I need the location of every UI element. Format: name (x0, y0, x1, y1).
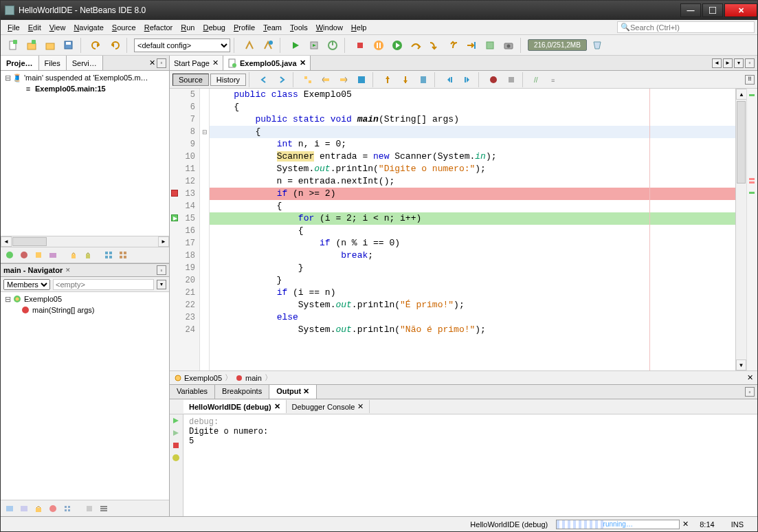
minimize-pane-icon[interactable]: ▫ (157, 265, 166, 275)
output-tab-debug[interactable]: HelloWorldIDE (debug)✕ (183, 400, 287, 413)
progress-bar[interactable]: running… (556, 520, 680, 529)
resume-icon[interactable] (3, 249, 16, 261)
menu-debug[interactable]: Debug (199, 22, 229, 33)
open-button[interactable] (42, 37, 58, 54)
find-next-button[interactable] (335, 71, 352, 88)
step-out-button[interactable] (445, 37, 461, 54)
debug-button[interactable] (306, 37, 322, 54)
close-icon[interactable]: ✕ (274, 402, 280, 411)
gc-button[interactable] (589, 37, 605, 54)
nav-btn3[interactable] (32, 502, 45, 515)
code-line-6[interactable]: { (210, 101, 735, 113)
nav-btn7[interactable] (98, 502, 110, 515)
code-line-13[interactable]: if (n >= 2) (210, 188, 735, 200)
history-view-button[interactable]: History (210, 74, 246, 86)
code-line-15[interactable]: for (i = 2; i < n; i++) (210, 212, 735, 225)
nav-btn4[interactable] (47, 502, 59, 515)
toggle-bookmark-button[interactable] (415, 71, 432, 88)
code-line-16[interactable]: { (210, 225, 735, 237)
uncomment-button[interactable]: ≡ (547, 71, 564, 88)
code-line-24[interactable]: System.out.println("Não é primo!"); (210, 324, 735, 336)
tab-services[interactable]: Servi… (67, 56, 103, 70)
code-line-22[interactable]: System.out.println("É primo!"); (210, 299, 735, 311)
rerun-icon[interactable] (171, 416, 182, 427)
lock1-icon[interactable] (67, 249, 80, 261)
code-line-12[interactable]: n = entrada.nextInt(); (210, 175, 735, 188)
group-icon[interactable] (47, 249, 59, 261)
comment-button[interactable]: // (529, 71, 546, 88)
error-stripe[interactable] (746, 89, 757, 370)
code-line-10[interactable]: Scanner entrada = new Scanner(System.in)… (210, 151, 735, 163)
find-prev-button[interactable] (317, 71, 334, 88)
menu-source[interactable]: Source (108, 22, 140, 33)
nav-btn2[interactable] (18, 502, 30, 515)
code-editor[interactable]: 56789101112131415161718192021222324 ⊟ pu… (170, 89, 757, 370)
code-line-11[interactable]: System.out.println("Digite o numero:"); (210, 163, 735, 175)
minimize-pane-icon[interactable]: ▫ (745, 387, 755, 397)
source-view-button[interactable]: Source (172, 74, 209, 86)
memory-indicator[interactable]: 216,0/251,2MB (528, 39, 587, 51)
close-icon[interactable]: ✕ (300, 58, 306, 67)
undo-button[interactable] (88, 37, 104, 54)
menu-team[interactable]: Team (259, 22, 286, 33)
next-bookmark-button[interactable] (397, 71, 414, 88)
output-console[interactable]: debug: Digite o numero: 5 (183, 414, 757, 516)
menu-window[interactable]: Window (312, 22, 347, 33)
maximize-editor-icon[interactable]: ▫ (745, 58, 755, 68)
code-line-18[interactable]: break; (210, 250, 735, 262)
close-icon[interactable]: ✕ (212, 58, 219, 67)
pause-button[interactable] (370, 37, 387, 54)
stop-icon[interactable] (171, 441, 182, 452)
redo-button[interactable] (107, 37, 123, 54)
close-icon[interactable]: ✕ (303, 387, 309, 395)
continue-button[interactable] (389, 37, 405, 54)
suspend-icon[interactable] (18, 249, 30, 261)
close-icon[interactable]: ✕ (747, 373, 753, 382)
tab-breakpoints[interactable]: Breakpoints (215, 385, 269, 399)
toggle-highlight-button[interactable] (353, 71, 370, 88)
tab-files[interactable]: Files (39, 56, 67, 70)
tab-exemplo05[interactable]: Exemplo05.java✕ (223, 56, 311, 70)
macro-record-button[interactable] (485, 71, 502, 88)
search-input[interactable] (630, 23, 751, 32)
close-button[interactable]: ✕ (724, 3, 757, 17)
h-scrollbar[interactable]: ◄► (1, 236, 169, 247)
debug-tree[interactable]: ⊟🧵'main' suspended at 'Exemplo05.m… ≡Exe… (1, 71, 169, 236)
tab-projects[interactable]: Proje… (1, 56, 39, 70)
next-tab-icon[interactable]: ► (723, 58, 733, 68)
step-over-button[interactable] (408, 37, 424, 54)
menu-edit[interactable]: Edit (24, 22, 45, 33)
run-button[interactable] (287, 37, 304, 54)
forward-button[interactable] (274, 71, 290, 88)
shift-left-button[interactable] (441, 71, 458, 88)
code-line-17[interactable]: if (n % i == 0) (210, 237, 735, 250)
code-line-7[interactable]: public static void main(String[] args) (210, 113, 735, 126)
navigator-view-select[interactable]: Members (3, 279, 50, 290)
code-line-8[interactable]: { (210, 126, 735, 138)
run-to-cursor-button[interactable] (463, 37, 480, 54)
menu-file[interactable]: File (3, 22, 24, 33)
maximize-button[interactable] (702, 3, 723, 17)
menu-profile[interactable]: Profile (230, 22, 259, 33)
nav-btn5[interactable] (61, 502, 74, 515)
shift-right-button[interactable] (459, 71, 476, 88)
code-line-19[interactable]: } (210, 262, 735, 274)
stack-frame[interactable]: Exemplo05.main:15 (35, 85, 106, 93)
code-line-5[interactable]: public class Exemplo05 (210, 89, 735, 101)
cancel-task-icon[interactable]: ✕ (680, 520, 691, 529)
build-button[interactable] (241, 37, 258, 54)
prev-tab-icon[interactable]: ◄ (712, 58, 722, 68)
menu-tools[interactable]: Tools (286, 22, 312, 33)
code-line-9[interactable]: int n, i = 0; (210, 138, 735, 151)
menu-view[interactable]: View (45, 22, 70, 33)
apply-changes-button[interactable] (482, 37, 498, 54)
lock2-icon[interactable] (82, 249, 94, 261)
quick-search[interactable]: 🔍 (617, 21, 755, 33)
minimize-pane-icon[interactable]: ▫ (157, 58, 166, 68)
views1-icon[interactable] (102, 249, 115, 261)
save-all-button[interactable] (60, 37, 77, 54)
views2-icon[interactable] (117, 249, 129, 261)
find-sel-button[interactable] (300, 71, 316, 88)
tab-list-icon[interactable]: ▾ (734, 58, 744, 68)
breadcrumb-class[interactable]: Exemplo05 (174, 374, 222, 382)
